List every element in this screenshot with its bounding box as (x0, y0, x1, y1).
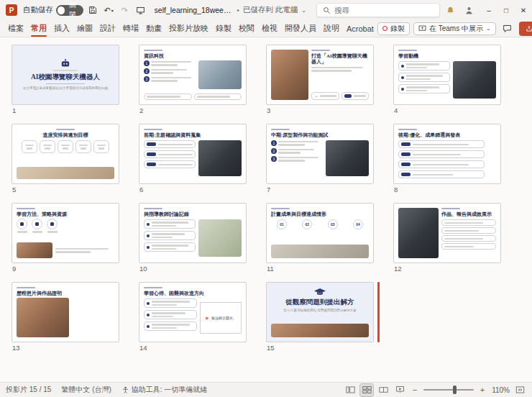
slide-thumbnail-13[interactable]: 歷程照片與作品證明 (12, 282, 119, 342)
slide-subtitle-text: 第十八週:回顧整段歷程,從觀察問題到提出解決方案 (283, 309, 357, 313)
stage-box (22, 140, 37, 153)
list-row (441, 219, 496, 226)
view-slideshow-button[interactable] (393, 384, 406, 396)
tab-design[interactable]: 設計 (96, 20, 119, 37)
undo-button[interactable]: ↶▾ (102, 2, 115, 18)
zoom-in-button[interactable]: + (477, 384, 487, 396)
redo-button[interactable]: ↷ (118, 2, 131, 18)
zoom-slider[interactable] (423, 389, 474, 391)
tab-review[interactable]: 校閱 (235, 20, 258, 37)
bullet-list (398, 61, 450, 100)
tab-record[interactable]: 錄製 (212, 20, 235, 37)
ribbon-right-actions: 錄製 在 Teams 中展示 ⌄ 共用 (377, 20, 532, 37)
text-line (152, 237, 173, 239)
arrow-right-icon: → (314, 94, 318, 98)
bullet-dot (147, 234, 150, 237)
maximize-button[interactable]: □ (497, 0, 515, 20)
document-title[interactable]: self_learning_18weeks (1)... (155, 6, 234, 14)
view-normal-button[interactable] (344, 384, 357, 396)
search-input[interactable] (334, 6, 434, 14)
slide-thumbnail-3[interactable]: 打造「AI校園導覽聊天機器人」 → (266, 45, 374, 105)
slide-thumbnail-14[interactable]: 學習心得、困難與改進方向 ✕ 無法顯示圖片。 (139, 282, 247, 342)
close-button[interactable]: ✕ (515, 0, 532, 20)
present-in-teams-button[interactable]: 在 Teams 中展示 ⌄ (413, 22, 496, 35)
text-line (53, 70, 78, 72)
tab-acrobat[interactable]: Acrobat (343, 20, 377, 37)
tab-animations[interactable]: 動畫 (142, 20, 165, 37)
text-line (197, 96, 231, 98)
start-slideshow-button[interactable] (134, 2, 147, 18)
minimize-button[interactable]: – (480, 0, 497, 20)
bullet-item (398, 84, 450, 93)
text-line (152, 301, 190, 303)
fit-to-window-button[interactable] (513, 384, 526, 396)
callout-box (194, 93, 242, 100)
slide-thumbnail-4[interactable]: 學習動機 (393, 45, 501, 105)
account-button[interactable] (462, 2, 476, 18)
accessibility-status[interactable]: 協助工具: 一切準備就緒 (121, 385, 208, 395)
comments-button[interactable] (500, 22, 515, 36)
stage-box (93, 140, 109, 153)
autosave-toggle[interactable]: 關閉 (56, 5, 83, 16)
eyebrow-line (311, 50, 330, 51)
slide-thumbnail-12[interactable]: 作品、報告與成效展示 (393, 203, 501, 263)
eyebrow-line (271, 129, 290, 130)
slide-number: 1 (12, 106, 119, 114)
slide-thumbnail-6[interactable]: 前期:主題確認與資料蒐集 (139, 124, 247, 184)
ribbon-tab-bar: 檔案 常用 插入 繪圖 設計 轉場 動畫 投影片放映 錄製 校閱 檢視 開發人員… (0, 20, 532, 37)
slide-thumbnail-15[interactable]: 從觀察問題到提出解方 第十八週:回顧整段歷程,從觀察問題到提出解決方案 (266, 282, 374, 342)
zoom-out-button[interactable]: − (410, 384, 420, 396)
text-line (97, 145, 105, 147)
window-controls: – □ ✕ (480, 0, 532, 20)
redo-icon: ↷ (121, 6, 128, 15)
record-button[interactable]: 錄製 (377, 22, 410, 35)
slide-thumbnail-11[interactable]: 計畫成果與目標達成情形 01 02 03 04 (266, 203, 374, 263)
tab-developer[interactable]: 開發人員 (281, 20, 320, 37)
text-line (25, 145, 33, 147)
powerpoint-app-icon[interactable]: P (6, 4, 17, 16)
slide-number: 7 (267, 186, 374, 193)
accessibility-person-icon (121, 386, 129, 394)
slide-thumbnail-7[interactable]: 中期:原型製作與功能測試 1 2 3 (266, 124, 374, 184)
slide-thumbnail-10[interactable]: 與指導教師討論記錄 (139, 203, 247, 263)
stage-box (40, 140, 55, 153)
toggle-knob-icon (58, 6, 65, 14)
save-status[interactable]: 已儲存到 此電腦 (243, 5, 298, 15)
slide-number: 6 (139, 186, 247, 193)
slide-counter[interactable]: 投影片 15 / 15 (6, 385, 51, 395)
tab-slideshow[interactable]: 投影片放映 (165, 20, 212, 37)
tab-transitions[interactable]: 轉場 (119, 20, 142, 37)
tab-help[interactable]: 說明 (320, 20, 343, 37)
slide-thumbnail-1[interactable]: AI校園導覽聊天機器人 自主學習計畫成果發表|以自主學習模式完成專題的歷程紀錄 (12, 45, 119, 105)
slide-thumbnail-2[interactable]: 資訊科技 1 2 3 (139, 45, 247, 105)
slide-number: 14 (139, 344, 247, 352)
view-slide-sorter-button[interactable] (360, 384, 373, 396)
tab-file[interactable]: 檔案 (4, 20, 27, 37)
laptop-photo (198, 60, 242, 89)
slide-thumbnail-9[interactable]: 學習方法、策略與資源 (12, 203, 119, 263)
tab-home[interactable]: 常用 (27, 20, 50, 37)
search-box[interactable] (316, 3, 440, 17)
tab-insert[interactable]: 插入 (50, 20, 73, 37)
bullet-item (144, 298, 197, 308)
zoom-slider-knob[interactable] (453, 385, 457, 394)
eyebrow-line (398, 129, 417, 130)
slide-cell-9: 學習方法、策略與資源 9 (12, 203, 119, 273)
tab-draw[interactable]: 繪圖 (73, 20, 96, 37)
save-button[interactable] (86, 2, 99, 18)
notification-bell-button[interactable] (443, 2, 457, 18)
document-title-block[interactable]: self_learning_18weeks (1)... • 已儲存到 此電腦 … (155, 5, 306, 15)
slide-thumbnail-8[interactable]: 後期:優化、成果篩選與發表 (393, 124, 501, 184)
zoom-level[interactable]: 110% (491, 386, 510, 394)
eyebrow-line (17, 287, 35, 288)
view-reading-button[interactable] (377, 384, 390, 396)
language-indicator[interactable]: 繁體中文 (台灣) (61, 385, 111, 395)
share-button[interactable]: 共用 (519, 22, 532, 36)
tab-view[interactable]: 檢視 (258, 20, 281, 37)
callout-box: → (311, 92, 339, 100)
slide-thumbnail-5[interactable]: 進度安排與週別目標 (12, 124, 119, 184)
text-line (278, 141, 318, 143)
text-line (278, 144, 305, 146)
broken-image-text: 無法顯示圖片。 (211, 316, 237, 320)
person-photo (453, 61, 496, 99)
